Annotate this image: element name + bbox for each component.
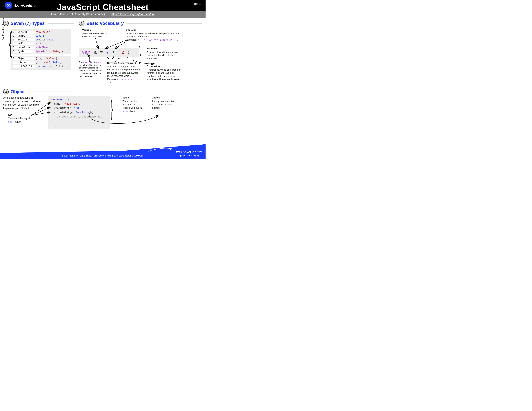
subheader-bar: Learn JavaScript Correctly (Video course… (0, 11, 206, 18)
section-title-3: Object (11, 89, 25, 94)
type-number: 2. Number (13, 35, 36, 37)
type-number-example: 123.45 (36, 35, 69, 37)
course-label: Learn JavaScript Correctly (Video course… (51, 13, 105, 16)
key-annotation: Key These are the keys in user object. (8, 113, 37, 124)
type-symbol-example: Symbol('something') (36, 50, 69, 53)
type-object: 7. Object (13, 57, 36, 60)
section-2-header: 2 Basic Vocabulary (79, 21, 202, 26)
keyword-annotation: Keyword / reserved word Any word that is… (107, 61, 142, 84)
brand-name: iLoveCoding (14, 3, 36, 8)
type-object-example: { key: 'value'} (36, 57, 69, 60)
type-null: 4. Null (13, 42, 36, 45)
type-boolean-example: true or false (36, 38, 69, 41)
type-symbol: 6. Symbol (13, 50, 36, 53)
variable-annotation: Variable A named reference to a value is… (82, 28, 113, 38)
method-annotation: Method If a key has a function as a valu… (152, 96, 176, 129)
type-array: - Array (13, 61, 36, 64)
type-boolean: 3. Boolean (13, 38, 36, 41)
header-bar: iLoveCoding JavaScript Cheatsheet Page 1 (0, 0, 206, 11)
type-null-example: null (36, 42, 69, 45)
brace-icon: } (139, 42, 141, 64)
object-code-example: var user = { name: "Aziz Ali", yearOfBir… (48, 96, 110, 129)
type-undefined: 5. Undefined (13, 46, 36, 49)
brand-logo-icon (5, 2, 12, 9)
footer-link[interactable]: https://iLoveCoding.org (178, 154, 200, 157)
var-let-const-note: Note: var, let & const are all valid key… (79, 61, 104, 78)
type-undefined-example: undefined (36, 46, 69, 49)
type-string: 1. String (13, 31, 36, 34)
operator-annotation: Operator Operators are reserved-words th… (126, 28, 180, 42)
brace-icon: } (110, 95, 113, 121)
primitive-types-label: Six Primitive Types (2, 18, 4, 40)
type-string-example: "Any text" (36, 31, 69, 34)
page-number: Page 1 (191, 2, 201, 6)
section-1-header: 1 Seven (7) Types (3, 21, 74, 26)
statement-annotation: Statement A group of words, numbers and … (147, 47, 180, 60)
section-title-1: Seven (7) Types (11, 21, 45, 26)
object-intro-text: An object is a data type in JavaScript t… (3, 96, 44, 129)
section-3-header: 3 Object (3, 89, 74, 94)
brand-logo-icon (176, 149, 180, 154)
arrow-icon (148, 147, 173, 153)
brace-icon: { (9, 29, 13, 56)
page-title: JavaScript Cheatsheet (57, 2, 149, 11)
footer-bar: "Don't just learn JavaScript - Become a … (0, 144, 206, 159)
expression-annotation: Expression A reference, value or a group… (147, 65, 182, 81)
course-link[interactable]: https://ilovecoding.org/courses/js2 (111, 13, 154, 16)
vocab-code-example: var a = 7 + "2"; (79, 48, 139, 57)
section-title-2: Basic Vocabulary (86, 21, 124, 26)
footer-tagline: "Don't just learn JavaScript - Become a … (61, 154, 144, 157)
value-annotation: Value These are the values of the respec… (123, 96, 145, 129)
types-table: 1. String "Any text" 2. Number 123.45 3.… (11, 29, 71, 70)
type-function-example: function name() { } (36, 65, 69, 68)
section-number-3: 3 (3, 89, 9, 94)
type-array-example: [1, "text", false] (36, 61, 69, 64)
footer-brand: iLoveCoding (181, 150, 202, 154)
type-function: - Function (13, 65, 36, 68)
footer-logo: iLoveCoding https://iLoveCoding.org (176, 149, 202, 157)
section-number-2: 2 (79, 21, 85, 26)
